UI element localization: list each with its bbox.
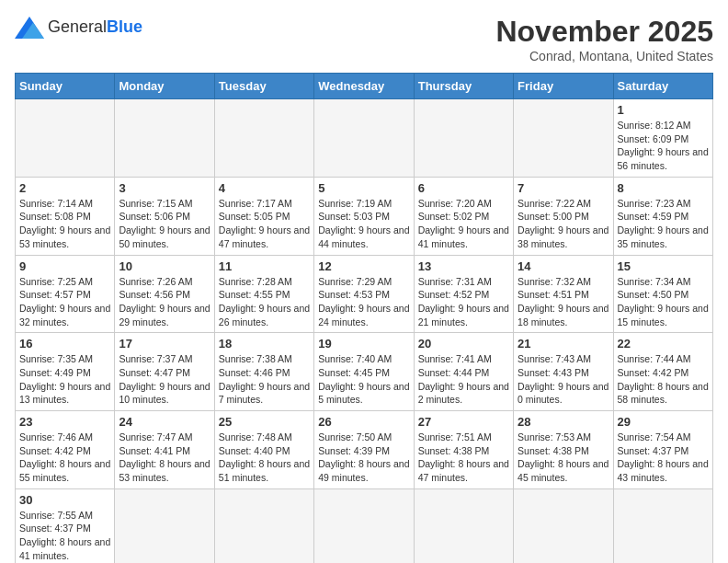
calendar-day-cell: 8Sunrise: 7:23 AM Sunset: 4:59 PM Daylig… — [613, 177, 712, 255]
day-number: 27 — [418, 415, 509, 429]
calendar-day-cell — [414, 488, 513, 563]
calendar-day-cell: 30Sunrise: 7:55 AM Sunset: 4:37 PM Dayli… — [16, 488, 115, 563]
weekday-header-tuesday: Tuesday — [214, 74, 313, 99]
day-number: 19 — [318, 337, 409, 350]
calendar-week-row: 1Sunrise: 8:12 AM Sunset: 6:09 PM Daylig… — [16, 99, 713, 178]
day-number: 8 — [618, 181, 709, 195]
calendar-day-cell — [214, 488, 313, 563]
weekday-header-thursday: Thursday — [414, 74, 513, 99]
day-info: Sunrise: 7:44 AM Sunset: 4:42 PM Dayligh… — [618, 352, 709, 407]
day-info: Sunrise: 7:20 AM Sunset: 5:02 PM Dayligh… — [418, 197, 509, 251]
calendar-day-cell: 18Sunrise: 7:38 AM Sunset: 4:46 PM Dayli… — [214, 333, 313, 411]
day-number: 20 — [418, 337, 509, 350]
calendar-day-cell: 28Sunrise: 7:53 AM Sunset: 4:38 PM Dayli… — [514, 411, 613, 489]
day-number: 2 — [19, 181, 110, 195]
month-title: November 2025 — [495, 15, 713, 49]
calendar-day-cell: 15Sunrise: 7:34 AM Sunset: 4:50 PM Dayli… — [613, 255, 712, 333]
day-info: Sunrise: 7:35 AM Sunset: 4:49 PM Dayligh… — [19, 352, 110, 407]
calendar-day-cell — [115, 488, 214, 563]
day-number: 3 — [119, 181, 210, 195]
day-number: 24 — [119, 415, 210, 429]
day-info: Sunrise: 7:46 AM Sunset: 4:42 PM Dayligh… — [19, 431, 110, 485]
day-info: Sunrise: 7:40 AM Sunset: 4:45 PM Dayligh… — [318, 352, 409, 407]
day-number: 15 — [618, 259, 709, 273]
day-number: 23 — [19, 415, 110, 429]
logo-text: GeneralBlue — [48, 17, 142, 37]
day-info: Sunrise: 7:15 AM Sunset: 5:06 PM Dayligh… — [119, 197, 210, 251]
calendar-week-row: 30Sunrise: 7:55 AM Sunset: 4:37 PM Dayli… — [16, 488, 713, 563]
calendar-day-cell: 9Sunrise: 7:25 AM Sunset: 4:57 PM Daylig… — [16, 255, 115, 333]
day-number: 5 — [318, 181, 409, 195]
calendar-day-cell: 4Sunrise: 7:17 AM Sunset: 5:05 PM Daylig… — [214, 177, 313, 255]
calendar-day-cell: 26Sunrise: 7:50 AM Sunset: 4:39 PM Dayli… — [314, 411, 414, 489]
day-number: 17 — [119, 337, 210, 350]
calendar-week-row: 9Sunrise: 7:25 AM Sunset: 4:57 PM Daylig… — [16, 255, 713, 333]
day-info: Sunrise: 7:29 AM Sunset: 4:53 PM Dayligh… — [318, 275, 409, 329]
calendar-day-cell: 14Sunrise: 7:32 AM Sunset: 4:51 PM Dayli… — [514, 255, 613, 333]
calendar-day-cell: 17Sunrise: 7:37 AM Sunset: 4:47 PM Dayli… — [115, 333, 214, 411]
weekday-header-saturday: Saturday — [613, 74, 712, 99]
calendar-day-cell: 16Sunrise: 7:35 AM Sunset: 4:49 PM Dayli… — [16, 333, 115, 411]
day-number: 1 — [618, 103, 709, 117]
day-info: Sunrise: 7:54 AM Sunset: 4:37 PM Dayligh… — [618, 431, 709, 485]
calendar-table: SundayMondayTuesdayWednesdayThursdayFrid… — [15, 73, 713, 563]
calendar-week-row: 16Sunrise: 7:35 AM Sunset: 4:49 PM Dayli… — [16, 333, 713, 411]
day-info: Sunrise: 7:19 AM Sunset: 5:03 PM Dayligh… — [318, 197, 409, 251]
weekday-header-row: SundayMondayTuesdayWednesdayThursdayFrid… — [16, 74, 713, 99]
calendar-day-cell — [314, 99, 414, 178]
calendar-day-cell — [16, 99, 115, 178]
logo: GeneralBlue — [15, 15, 142, 39]
day-info: Sunrise: 7:37 AM Sunset: 4:47 PM Dayligh… — [119, 352, 210, 407]
day-info: Sunrise: 7:28 AM Sunset: 4:55 PM Dayligh… — [219, 275, 310, 329]
day-number: 18 — [219, 337, 310, 350]
day-info: Sunrise: 7:48 AM Sunset: 4:40 PM Dayligh… — [219, 431, 310, 485]
calendar-day-cell — [115, 99, 214, 178]
page-header: GeneralBlue November 2025 Conrad, Montan… — [15, 15, 713, 63]
day-number: 13 — [418, 259, 509, 273]
calendar-day-cell — [514, 488, 613, 563]
calendar-day-cell: 10Sunrise: 7:26 AM Sunset: 4:56 PM Dayli… — [115, 255, 214, 333]
title-block: November 2025 Conrad, Montana, United St… — [495, 15, 713, 63]
calendar-day-cell — [214, 99, 313, 178]
day-number: 28 — [518, 415, 609, 429]
calendar-day-cell: 20Sunrise: 7:41 AM Sunset: 4:44 PM Dayli… — [414, 333, 513, 411]
day-info: Sunrise: 7:50 AM Sunset: 4:39 PM Dayligh… — [318, 431, 409, 485]
day-number: 16 — [19, 337, 110, 350]
weekday-header-friday: Friday — [514, 74, 613, 99]
day-info: Sunrise: 7:23 AM Sunset: 4:59 PM Dayligh… — [618, 197, 709, 251]
calendar-day-cell: 23Sunrise: 7:46 AM Sunset: 4:42 PM Dayli… — [16, 411, 115, 489]
day-info: Sunrise: 7:55 AM Sunset: 4:37 PM Dayligh… — [19, 509, 110, 563]
calendar-day-cell: 22Sunrise: 7:44 AM Sunset: 4:42 PM Dayli… — [613, 333, 712, 411]
calendar-day-cell: 27Sunrise: 7:51 AM Sunset: 4:38 PM Dayli… — [414, 411, 513, 489]
day-number: 4 — [219, 181, 310, 195]
calendar-day-cell: 1Sunrise: 8:12 AM Sunset: 6:09 PM Daylig… — [613, 99, 712, 178]
day-info: Sunrise: 7:32 AM Sunset: 4:51 PM Dayligh… — [518, 275, 609, 329]
day-number: 10 — [119, 259, 210, 273]
day-info: Sunrise: 7:53 AM Sunset: 4:38 PM Dayligh… — [518, 431, 609, 485]
day-info: Sunrise: 7:17 AM Sunset: 5:05 PM Dayligh… — [219, 197, 310, 251]
calendar-week-row: 2Sunrise: 7:14 AM Sunset: 5:08 PM Daylig… — [16, 177, 713, 255]
day-number: 30 — [19, 493, 110, 507]
day-info: Sunrise: 7:26 AM Sunset: 4:56 PM Dayligh… — [119, 275, 210, 329]
calendar-day-cell: 19Sunrise: 7:40 AM Sunset: 4:45 PM Dayli… — [314, 333, 414, 411]
day-info: Sunrise: 8:12 AM Sunset: 6:09 PM Dayligh… — [618, 119, 709, 173]
day-info: Sunrise: 7:51 AM Sunset: 4:38 PM Dayligh… — [418, 431, 509, 485]
calendar-day-cell — [514, 99, 613, 178]
day-info: Sunrise: 7:34 AM Sunset: 4:50 PM Dayligh… — [618, 275, 709, 329]
weekday-header-sunday: Sunday — [16, 74, 115, 99]
weekday-header-wednesday: Wednesday — [314, 74, 414, 99]
calendar-day-cell: 12Sunrise: 7:29 AM Sunset: 4:53 PM Dayli… — [314, 255, 414, 333]
calendar-week-row: 23Sunrise: 7:46 AM Sunset: 4:42 PM Dayli… — [16, 411, 713, 489]
calendar-day-cell: 21Sunrise: 7:43 AM Sunset: 4:43 PM Dayli… — [514, 333, 613, 411]
day-number: 7 — [518, 181, 609, 195]
calendar-day-cell: 24Sunrise: 7:47 AM Sunset: 4:41 PM Dayli… — [115, 411, 214, 489]
day-info: Sunrise: 7:31 AM Sunset: 4:52 PM Dayligh… — [418, 275, 509, 329]
calendar-day-cell: 2Sunrise: 7:14 AM Sunset: 5:08 PM Daylig… — [16, 177, 115, 255]
day-number: 9 — [19, 259, 110, 273]
day-number: 25 — [219, 415, 310, 429]
day-number: 21 — [518, 337, 609, 350]
day-number: 14 — [518, 259, 609, 273]
calendar-day-cell: 7Sunrise: 7:22 AM Sunset: 5:00 PM Daylig… — [514, 177, 613, 255]
calendar-day-cell: 29Sunrise: 7:54 AM Sunset: 4:37 PM Dayli… — [613, 411, 712, 489]
day-number: 11 — [219, 259, 310, 273]
